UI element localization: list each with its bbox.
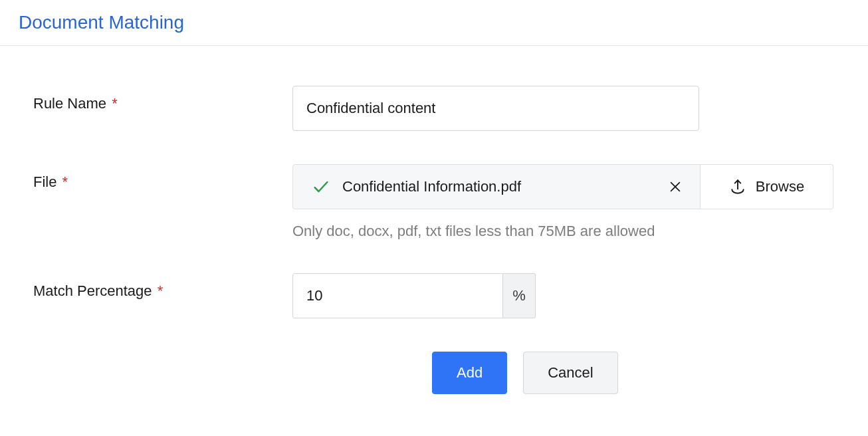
clear-file-button[interactable] bbox=[663, 174, 688, 199]
browse-label: Browse bbox=[756, 178, 804, 195]
rule-name-field bbox=[292, 86, 835, 131]
percentage-unit: % bbox=[503, 273, 536, 318]
file-help-text: Only doc, docx, pdf, txt files less than… bbox=[292, 223, 835, 240]
required-mark: * bbox=[112, 95, 118, 112]
add-button[interactable]: Add bbox=[432, 352, 507, 394]
file-label-text: File bbox=[33, 173, 56, 190]
file-label: File * bbox=[33, 164, 292, 191]
match-percentage-field: % bbox=[292, 273, 835, 318]
required-mark: * bbox=[62, 173, 68, 190]
match-percentage-input[interactable] bbox=[292, 273, 503, 318]
file-display: Confidential Information.pdf bbox=[292, 164, 701, 209]
file-name: Confidential Information.pdf bbox=[342, 178, 663, 195]
match-percentage-label-text: Match Percentage bbox=[33, 282, 152, 299]
upload-icon bbox=[729, 178, 746, 195]
rule-name-input[interactable] bbox=[292, 86, 699, 131]
button-row: Add Cancel bbox=[432, 352, 835, 394]
rule-name-label-text: Rule Name bbox=[33, 95, 106, 112]
form-container: Rule Name * File * Confidential Informat… bbox=[0, 46, 868, 421]
check-icon bbox=[312, 177, 330, 196]
match-percentage-input-group: % bbox=[292, 273, 536, 318]
match-percentage-row: Match Percentage * % bbox=[33, 273, 835, 318]
page-header: Document Matching bbox=[0, 0, 868, 46]
page-title: Document Matching bbox=[19, 12, 849, 33]
match-percentage-label: Match Percentage * bbox=[33, 273, 292, 300]
file-field: Confidential Information.pdf Browse Only… bbox=[292, 164, 835, 240]
cancel-button[interactable]: Cancel bbox=[523, 352, 617, 394]
close-icon bbox=[668, 179, 683, 194]
browse-button[interactable]: Browse bbox=[701, 164, 833, 209]
required-mark: * bbox=[158, 282, 163, 299]
rule-name-row: Rule Name * bbox=[33, 86, 835, 131]
file-row: File * Confidential Information.pdf bbox=[33, 164, 835, 240]
file-input-group: Confidential Information.pdf Browse bbox=[292, 164, 833, 209]
rule-name-label: Rule Name * bbox=[33, 86, 292, 112]
